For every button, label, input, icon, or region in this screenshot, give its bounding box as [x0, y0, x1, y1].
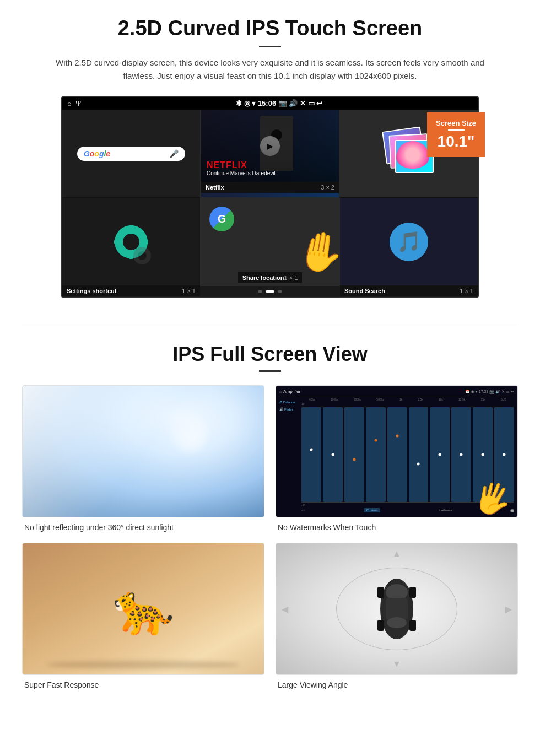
eq-loudness-label: loudness: [439, 509, 452, 512]
sunlight-image: [22, 385, 264, 517]
eq-bar-2: [323, 407, 343, 502]
sound-label-row: Sound Search 1 × 1: [340, 285, 478, 296]
eq-title: Amplifier: [283, 389, 300, 394]
bluetooth-icon: ✱: [236, 99, 242, 107]
badge-divider: [448, 129, 465, 131]
sound-app-size: 1 × 1: [460, 288, 473, 294]
svg-rect-4: [114, 240, 121, 244]
screen-size-badge: Screen Size 10.1": [427, 112, 485, 157]
usb-icon: Ψ: [75, 100, 81, 107]
eq-custom-preset: Custom: [364, 508, 381, 512]
camera-icon: 📷: [278, 99, 287, 107]
angle-label: Large Viewing Angle: [276, 681, 518, 689]
status-bar: ⌂ Ψ ✱ ◎ ▾ 15:06 📷 🔊 ✕ ▭ ↩: [62, 97, 478, 110]
app-cell-sound[interactable]: 🎵 Sound Search 1 × 1: [339, 198, 478, 286]
section2-title-divider: [259, 370, 281, 372]
wifi-icon: ▾: [252, 99, 256, 107]
title-divider: [259, 46, 281, 47]
share-app-size: 1 × 1: [284, 274, 298, 281]
app-cell-google[interactable]: Google 🎤 Google 3 × 1: [62, 110, 201, 198]
screen-mockup: Screen Size 10.1" ⌂ Ψ ✱ ◎ ▾ 15:06 📷 🔊 ✕: [61, 96, 479, 298]
app-cell-settings[interactable]: Settings shortcut 1 × 1: [62, 198, 201, 286]
home-icon[interactable]: ⌂: [67, 100, 71, 107]
app-cell-share[interactable]: G 🤚 Share location 1 × 1: [201, 198, 339, 286]
car-oval: [336, 568, 457, 650]
app-grid-row1: Google 🎤 Google 3 × 1: [62, 110, 478, 198]
app-grid-row2: Settings shortcut 1 × 1 G 🤚: [62, 198, 478, 286]
eq-freq-labels: 60hz100hz200hz500hz1k2.5k10k12.5k15kSUB: [301, 398, 514, 401]
feature-watermarks: ⌂ Amplifier 📅 ◉ ▾ 17:33 📷 🔊 ✕ ▭ ↩ ⚙Balan…: [276, 385, 518, 532]
badge-size: 10.1": [436, 133, 476, 150]
google-maps-icon: G: [209, 207, 234, 231]
svg-rect-17: [377, 587, 384, 598]
sound-app-name: Sound Search: [344, 288, 385, 294]
window-icon: ▭: [308, 99, 315, 107]
close-icon: ✕: [300, 99, 306, 107]
sound-cell-inner: 🎵: [340, 198, 478, 285]
svg-rect-19: [377, 620, 384, 631]
eq-bar-3: [344, 407, 364, 502]
arrow-right-icon: ▶: [505, 604, 512, 614]
eq-home-icon: ⌂: [279, 390, 282, 393]
svg-point-12: [138, 251, 147, 260]
volume-icon: 🔊: [289, 99, 298, 107]
netflix-app-size: 3 × 2: [321, 184, 334, 191]
netflix-overlay: NETFLIX Continue Marvel's Daredevil: [201, 110, 339, 182]
sunlight-bg: [23, 386, 264, 517]
eq-bar-5: [387, 407, 407, 502]
eq-fader: 🔊Fader: [279, 407, 299, 411]
pagination-dot-3[interactable]: [278, 290, 282, 293]
flower-photo: [396, 141, 429, 169]
share-label-container: Share location 1 × 1: [238, 201, 303, 283]
svg-rect-5: [142, 240, 148, 244]
mic-icon: 🎤: [169, 149, 179, 158]
svg-rect-2: [129, 225, 133, 231]
eq-bar-6: [409, 407, 429, 502]
eq-level-labels: 10: [301, 402, 514, 406]
google-cell-inner: Google 🎤: [62, 110, 200, 197]
netflix-logo: NETFLIX: [207, 160, 247, 170]
google-search-bar[interactable]: Google 🎤: [77, 147, 185, 161]
cheetah-bg: 🐆: [23, 543, 264, 674]
light-rays: [23, 386, 264, 517]
settings-app-name: Settings shortcut: [67, 288, 116, 294]
features-grid: No light reflecting under 360° direct su…: [22, 385, 518, 689]
arrow-down-icon: ▼: [392, 659, 401, 669]
feature-angle: ▲ ▶ ▼ ◀ Large Viewing Angle: [276, 543, 518, 689]
svg-rect-20: [409, 620, 416, 631]
cheetah-figure: 🐆: [112, 580, 174, 638]
eq-topbar: ⌂ Amplifier 📅 ◉ ▾ 17:33 📷 🔊 ✕ ▭ ↩: [279, 389, 514, 396]
settings-gear-shadow: [131, 245, 153, 267]
share-label-row: Share location 1 × 1: [238, 272, 303, 283]
music-note-icon: 🎵: [390, 223, 428, 261]
settings-cell-inner: [62, 198, 200, 285]
svg-rect-18: [409, 587, 416, 598]
section-divider-line: [22, 326, 518, 326]
status-time: 15:06: [258, 99, 276, 107]
status-left-icons: ⌂ Ψ: [67, 100, 81, 107]
cheetah-shadow: [47, 661, 240, 669]
pagination-dot-1[interactable]: [258, 290, 262, 293]
eq-toggle[interactable]: 🔘: [510, 509, 514, 512]
pagination-dot-2[interactable]: [266, 290, 274, 293]
share-app-name: Share location: [242, 274, 284, 281]
section2-title: IPS Full Screen View: [22, 343, 518, 366]
section1-title: 2.5D Curved IPS Touch Screen: [22, 17, 518, 40]
car-image: ▲ ▶ ▼ ◀: [276, 543, 518, 675]
arrow-left-icon: ◀: [282, 604, 288, 614]
svg-point-16: [387, 617, 407, 628]
sunlight-label: No light reflecting under 360° direct su…: [22, 523, 264, 532]
status-center: ✱ ◎ ▾ 15:06 📷 🔊 ✕ ▭ ↩: [85, 99, 473, 107]
eq-icons: 📅 ◉ ▾ 17:33 📷 🔊 ✕ ▭ ↩: [465, 390, 514, 394]
section1-description: With 2.5D curved-display screen, this de…: [55, 56, 485, 83]
watermarks-label: No Watermarks When Touch: [276, 523, 518, 532]
netflix-label-row: Netflix 3 × 2: [201, 182, 339, 193]
android-screen: ⌂ Ψ ✱ ◎ ▾ 15:06 📷 🔊 ✕ ▭ ↩: [61, 96, 479, 298]
section-ips: IPS Full Screen View No light reflecting…: [0, 343, 540, 706]
svg-rect-15: [386, 598, 408, 620]
app-cell-netflix[interactable]: ▶ NETFLIX Continue Marvel's Daredevil Ne…: [201, 110, 339, 198]
back-icon: ↩: [316, 99, 322, 107]
eq-balance: ⚙Balance: [279, 400, 299, 404]
location-icon: ◎: [244, 99, 250, 107]
cheetah-image: 🐆: [22, 543, 264, 675]
